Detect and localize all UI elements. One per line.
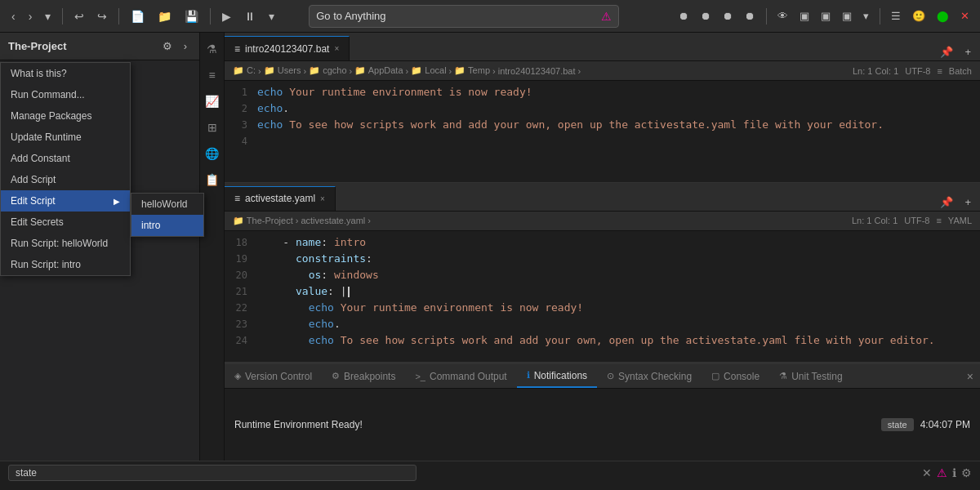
layout3-button[interactable]: ▣ (838, 7, 856, 24)
bottom-tabs: ◈ Version Control ⚙ Breakpoints >_ Comma… (225, 364, 980, 389)
record3-button[interactable]: ⏺ (719, 7, 737, 24)
save-button[interactable]: 💾 (180, 7, 203, 26)
breakpoints-label: Breakpoints (344, 371, 395, 382)
chart-icon[interactable]: 📈 (202, 91, 222, 111)
pause-button[interactable]: ⏸ (239, 7, 261, 26)
pin-icon[interactable]: 📌 (936, 43, 957, 60)
split-icon-2[interactable]: + (960, 194, 975, 211)
redo-button[interactable]: ↪ (92, 7, 112, 26)
top-breadcrumb: 📁 C: › 📁 Users › 📁 cgcho › 📁 AppData › 📁… (225, 61, 980, 81)
back-button[interactable]: ‹ (7, 7, 20, 26)
settings-icon[interactable]: ⚙ (158, 38, 176, 55)
tab-notifications[interactable]: ℹ Notifications (517, 364, 597, 388)
smiley-button[interactable]: 🙂 (908, 7, 929, 24)
editor-split: ≡ intro240123407.bat × 📌 + 📁 C: › 📁 User… (225, 33, 980, 461)
status-warning-icon[interactable]: ⚠ (937, 466, 947, 479)
menu-add-constant[interactable]: Add Constant (1, 148, 130, 169)
breadcrumb-cgcho: 📁 cgcho (309, 65, 346, 76)
context-menu: What is this? Run Command... Manage Pack… (0, 62, 131, 276)
notifications-icon: ℹ (527, 370, 530, 381)
bottom-code-editor[interactable]: 18 - name: intro 19 constraints: 20 os: … (225, 231, 980, 362)
status-info-icon[interactable]: ℹ (952, 466, 956, 479)
top-code-editor[interactable]: 1 echo Your runtime environment is now r… (225, 81, 980, 182)
right-toolbar: ⏺ ⏺ ⏺ ⏺ 👁 ▣ ▣ ▣ ▾ ☰ 🙂 ⬤ ✕ (675, 7, 973, 24)
status-close-icon[interactable]: ✕ (922, 466, 932, 479)
sidebar-icons: ⚙ › (158, 38, 191, 55)
search-input[interactable]: Go to Anything (316, 10, 596, 22)
tab-command-output[interactable]: >_ Command Output (405, 364, 516, 388)
play-button[interactable]: ▶ (217, 7, 236, 26)
layout2-button[interactable]: ▣ (817, 7, 835, 24)
split-icon[interactable]: + (960, 43, 975, 60)
new-file-button[interactable]: 📄 (126, 7, 149, 26)
tab-bat-label: intro240123407.bat (245, 43, 329, 55)
record2-button[interactable]: ⏺ (697, 7, 715, 24)
eye-button[interactable]: 👁 (773, 7, 792, 24)
maximize-button[interactable]: ⬤ (933, 7, 953, 24)
open-file-button[interactable]: 📁 (153, 7, 176, 26)
bottom-panel-close[interactable]: × (960, 370, 980, 383)
tab-version-control[interactable]: ◈ Version Control (225, 364, 322, 388)
menu-run-intro[interactable]: Run Script: intro (1, 254, 130, 275)
record4-button[interactable]: ⏺ (741, 7, 760, 24)
breadcrumb-yaml[interactable]: activestate.yaml (301, 216, 365, 225)
tab-breakpoints[interactable]: ⚙ Breakpoints (322, 364, 405, 388)
pin-icon-2[interactable]: 📌 (936, 194, 957, 211)
menu-manage-packages[interactable]: Manage Packages (1, 105, 130, 127)
status-settings-icon[interactable]: ⚙ (961, 466, 972, 479)
yaml-label: YAML (948, 216, 972, 225)
menu-what-is-this[interactable]: What is this? (1, 63, 130, 84)
breadcrumb-file[interactable]: intro240123407.bat (498, 66, 576, 76)
menu-edit-secrets[interactable]: Edit Secrets (1, 212, 130, 233)
menu-edit-script[interactable]: Edit Script (1, 190, 130, 212)
tab-yaml-label: activestate.yaml (245, 193, 315, 204)
tab-unit-testing[interactable]: ⚗ Unit Testing (769, 364, 852, 388)
breadcrumb-temp: 📁 Temp (454, 65, 490, 76)
yaml-ln-col: Ln: 1 Col: 1 (852, 216, 898, 225)
list-icon[interactable]: ≡ (205, 65, 218, 85)
submenu-intro[interactable]: intro (131, 215, 203, 236)
grid-icon[interactable]: ⊞ (204, 118, 220, 137)
undo-button[interactable]: ↩ (69, 7, 89, 26)
batch-label: Batch (949, 66, 972, 76)
breadcrumb-appdata: 📁 AppData (354, 65, 403, 76)
breadcrumb-users: 📁 Users (264, 65, 301, 76)
globe-icon[interactable]: 🌐 (202, 144, 222, 163)
tab-bat[interactable]: ≡ intro240123407.bat × (225, 36, 350, 60)
status-input[interactable] (8, 465, 416, 481)
layout1-button[interactable]: ▣ (795, 7, 813, 24)
breadcrumb-project: 📁 The-Project (233, 216, 293, 226)
menu-update-runtime[interactable]: Update Runtime (1, 127, 130, 148)
search-bar: Go to Anything ⚠ (309, 5, 619, 28)
menu-run-helloworld[interactable]: Run Script: helloWorld (1, 233, 130, 254)
forward-button[interactable]: › (24, 7, 38, 26)
main-layout: The-Project ⚙ › What is this? Run Comman… (0, 33, 980, 461)
code-line-4: 4 (225, 133, 980, 149)
unit-testing-label: Unit Testing (791, 371, 842, 382)
breadcrumb-c: 📁 C: (233, 65, 256, 76)
separator-3 (210, 8, 211, 24)
tab-bat-close[interactable]: × (334, 44, 339, 53)
chevron-icon[interactable]: › (180, 38, 191, 55)
notification-text: Runtime Environment Ready! (234, 419, 363, 430)
menu-button[interactable]: ☰ (887, 7, 905, 24)
close-button[interactable]: ✕ (956, 7, 973, 24)
menu-add-script[interactable]: Add Script (1, 169, 130, 190)
tab-yaml-close[interactable]: × (320, 194, 325, 203)
tab-syntax-checking[interactable]: ⊙ Syntax Checking (597, 364, 702, 388)
submenu-helloworld[interactable]: helloWorld (131, 194, 203, 215)
layout-dropdown-button[interactable]: ▾ (859, 7, 873, 24)
yaml-encoding: UTF-8 (904, 216, 929, 225)
version-control-label: Version Control (245, 371, 312, 382)
tab-yaml[interactable]: ≡ activestate.yaml × (225, 186, 336, 211)
more-button[interactable]: ▾ (264, 7, 279, 26)
top-editor-pane: ≡ intro240123407.bat × 📌 + 📁 C: › 📁 User… (225, 33, 980, 183)
book-icon[interactable]: 📋 (202, 170, 222, 189)
timestamp: 4:04:07 PM (920, 419, 970, 430)
flask-icon[interactable]: ⚗ (203, 39, 220, 59)
record-button[interactable]: ⏺ (675, 7, 693, 24)
menu-run-command[interactable]: Run Command... (1, 84, 130, 105)
tab-console[interactable]: ▢ Console (702, 364, 769, 388)
dropdown-button[interactable]: ▾ (40, 7, 56, 26)
warning-icon: ⚠ (601, 10, 612, 23)
